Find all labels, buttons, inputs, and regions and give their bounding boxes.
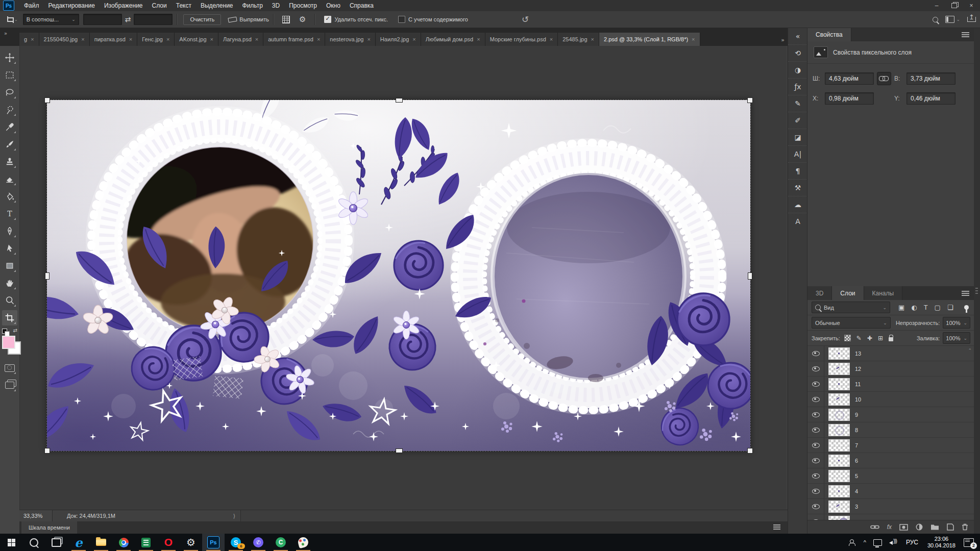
history-icon[interactable]: ⟲ bbox=[788, 44, 807, 61]
crop-handle[interactable] bbox=[748, 272, 752, 280]
clear-button[interactable]: Очистить bbox=[183, 14, 221, 25]
document-tab[interactable]: Лагуна.psd × bbox=[218, 33, 263, 46]
move-tool[interactable] bbox=[2, 50, 17, 65]
timeline-tab[interactable]: Шкала времени bbox=[21, 521, 77, 534]
lock-artboard-icon[interactable]: ⊞ bbox=[878, 335, 883, 342]
crop-handle[interactable] bbox=[44, 448, 50, 454]
lasso-tool[interactable] bbox=[2, 85, 17, 100]
x-field[interactable]: 0,98 дюйм bbox=[825, 92, 874, 105]
office-book-button[interactable] bbox=[135, 534, 157, 551]
libraries-icon[interactable]: ☁ bbox=[788, 196, 807, 213]
layers-panel-tab[interactable]: 3D bbox=[807, 286, 832, 300]
swap-values-icon[interactable]: ⇄ bbox=[125, 15, 131, 23]
scroll-up-icon[interactable]: ⌃ bbox=[968, 348, 972, 353]
layer-thumbnail[interactable] bbox=[828, 409, 850, 421]
menu-item[interactable]: Слои bbox=[148, 1, 172, 11]
paragraph-icon[interactable]: ¶ bbox=[788, 162, 807, 179]
people-button[interactable] bbox=[846, 534, 860, 551]
toolbar-expand-icon[interactable]: » bbox=[4, 31, 7, 36]
layer-thumbnail[interactable] bbox=[828, 439, 850, 452]
paint-button[interactable] bbox=[292, 534, 314, 551]
photoshop-logo-icon[interactable]: Ps bbox=[3, 1, 14, 11]
opera-button[interactable]: O bbox=[157, 534, 180, 551]
task-view-button[interactable] bbox=[45, 534, 67, 551]
crop-height-input[interactable] bbox=[134, 14, 173, 25]
crop-tool-preset-icon[interactable] bbox=[6, 16, 13, 23]
status-chevron-icon[interactable]: ⟩ bbox=[233, 513, 235, 519]
action-center-button[interactable]: 2 bbox=[964, 538, 974, 547]
document-tab[interactable]: Наиля2.jpg × bbox=[376, 33, 421, 46]
layer-row[interactable]: 8 bbox=[807, 422, 974, 438]
menu-item[interactable]: Окно bbox=[322, 1, 345, 11]
search-icon[interactable] bbox=[933, 17, 938, 22]
visibility-cell[interactable] bbox=[807, 422, 824, 437]
language-indicator[interactable]: РУС bbox=[902, 534, 922, 551]
chevron-down-icon[interactable]: ⌄ bbox=[14, 17, 18, 22]
document-tab[interactable]: AKonst.jpg × bbox=[175, 33, 218, 46]
adjustments-icon[interactable]: ◑ bbox=[788, 61, 807, 78]
panel-menu-icon[interactable] bbox=[962, 32, 969, 33]
link-layers-icon[interactable] bbox=[870, 523, 879, 531]
filter-smart-objects-icon[interactable]: ❏ bbox=[947, 304, 953, 311]
document-tab[interactable]: пиратка.psd × bbox=[90, 33, 138, 46]
visibility-cell[interactable] bbox=[807, 484, 824, 498]
filter-adjustment-layers-icon[interactable]: ◐ bbox=[911, 304, 917, 311]
lock-all-icon[interactable] bbox=[889, 337, 893, 341]
layer-row[interactable]: 9 bbox=[807, 407, 974, 422]
brush-settings-icon[interactable]: ✎ bbox=[788, 95, 807, 112]
edge-button[interactable]: e bbox=[67, 534, 90, 551]
taskbar-search-button[interactable] bbox=[22, 534, 45, 551]
layers-panel-tab[interactable]: Слои bbox=[832, 286, 864, 300]
visibility-cell[interactable] bbox=[807, 346, 824, 361]
document-tab[interactable]: Морские глубины.psd × bbox=[485, 33, 558, 46]
workspace-switcher[interactable]: ⌄ bbox=[945, 16, 961, 23]
panel-menu-icon[interactable] bbox=[962, 291, 969, 292]
new-layer-icon[interactable] bbox=[947, 523, 954, 531]
menu-item[interactable]: Справка bbox=[345, 1, 378, 11]
visibility-cell[interactable] bbox=[807, 468, 824, 483]
close-icon[interactable]: × bbox=[477, 36, 480, 42]
crop-handle[interactable] bbox=[45, 272, 50, 280]
clone-source-icon[interactable]: ◪ bbox=[788, 129, 807, 145]
crop-ratio-select[interactable]: В соотнош...⌄ bbox=[23, 14, 79, 25]
layer-row[interactable]: 7 bbox=[807, 438, 974, 453]
reset-icon[interactable]: ↺ bbox=[522, 14, 529, 24]
menu-item[interactable]: Фильтр bbox=[238, 1, 267, 11]
brushes-icon[interactable]: ✐ bbox=[788, 112, 807, 129]
close-icon[interactable]: × bbox=[166, 36, 169, 42]
visibility-cell[interactable] bbox=[807, 438, 824, 453]
quick-selection-tool[interactable] bbox=[2, 102, 17, 117]
close-icon[interactable]: × bbox=[317, 36, 320, 42]
crop-tool[interactable] bbox=[2, 310, 17, 325]
fill-combo[interactable]: 100% ⌄ bbox=[943, 332, 970, 344]
minimize-button[interactable]: – bbox=[928, 0, 945, 11]
menu-item[interactable]: Изображение bbox=[100, 1, 148, 11]
eyedropper-tool[interactable] bbox=[2, 119, 17, 135]
document-tab[interactable]: Любимый дом.psd × bbox=[421, 33, 485, 46]
close-icon[interactable]: × bbox=[412, 36, 415, 42]
layer-row[interactable]: 12 bbox=[807, 361, 974, 377]
layer-thumbnail[interactable] bbox=[828, 516, 850, 520]
visibility-cell[interactable] bbox=[807, 514, 824, 520]
document-tab[interactable]: g × bbox=[19, 33, 39, 46]
viber-button[interactable]: ✆ bbox=[247, 534, 270, 551]
visibility-cell[interactable] bbox=[807, 499, 824, 514]
straighten-label[interactable]: Выпрямить bbox=[239, 16, 269, 22]
swap-colors-icon[interactable]: ⇄ bbox=[13, 328, 17, 333]
layer-row[interactable]: 11 bbox=[807, 377, 974, 392]
layer-row[interactable]: 6 bbox=[807, 453, 974, 468]
document-tab[interactable]: nesterova.jpg × bbox=[325, 33, 375, 46]
path-selection-tool[interactable] bbox=[2, 241, 17, 256]
crop-handle[interactable] bbox=[747, 448, 753, 454]
eraser-tool[interactable] bbox=[2, 171, 17, 187]
photoshop-taskbar-button[interactable]: Ps bbox=[202, 534, 225, 551]
camtasia-button[interactable]: C bbox=[270, 534, 292, 551]
lock-position-icon[interactable]: ✚ bbox=[867, 335, 872, 342]
layer-thumbnail[interactable] bbox=[828, 470, 850, 482]
layer-thumbnail[interactable] bbox=[828, 485, 850, 497]
show-hidden-icons-button[interactable]: ^ bbox=[860, 534, 870, 551]
document-tab[interactable]: 25485.jpg × bbox=[558, 33, 599, 46]
layer-thumbnail[interactable] bbox=[828, 378, 850, 390]
file-explorer-button[interactable] bbox=[90, 534, 112, 551]
delete-cropped-pixels-checkbox[interactable]: Удалить отсеч. пикс. bbox=[324, 16, 388, 23]
